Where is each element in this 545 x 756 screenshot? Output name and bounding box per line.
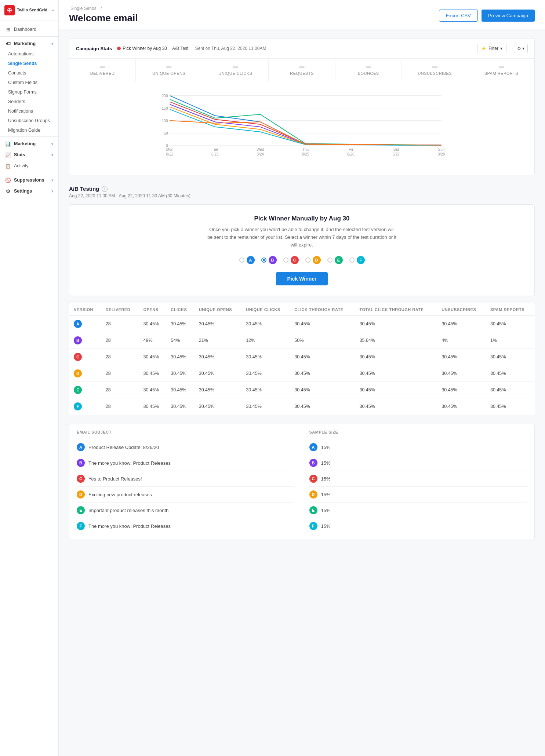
version-option-f[interactable]: F [349,256,365,264]
stat-label: SPAM REPORTS [473,71,530,76]
table-cell: 30.45% [241,382,290,398]
table-cell: 30.45% [241,398,290,415]
sidebar-item-unsubscribe-groups[interactable]: Unsubscribe Groups [0,116,58,125]
table-cell: 30.45% [486,398,534,415]
sidebar-item-stats-section[interactable]: 📈 Stats ▾ [0,149,58,160]
email-subject-col: EMAIL SUBJECT AProduct Release Update: 8… [69,424,302,540]
svg-text:8/28: 8/28 [438,152,445,156]
version-option-a[interactable]: A [239,256,255,264]
sidebar-item-contacts[interactable]: Contacts [0,68,58,78]
sidebar-item-marketing2-section[interactable]: 📊 Marketing ▾ [0,138,58,149]
table-row: C2830.45%30.45%30.45%30.45%30.45%30.45%3… [69,349,535,365]
svg-text:100: 100 [162,119,168,123]
email-subject-row: AProduct Release Update: 8/26/20 [77,439,294,455]
settings-icon: ⚙ [5,188,11,194]
version-radio-f[interactable] [349,258,355,263]
sidebar-item-signup-forms[interactable]: Signup Forms [0,87,58,97]
table-cell: 30.45% [355,382,437,398]
version-radio-a[interactable] [239,258,244,263]
sidebar-item-single-sends[interactable]: Single Sends [0,59,58,68]
svg-text:8/27: 8/27 [392,152,400,156]
marketing2-chevron-icon: ▾ [51,142,53,146]
version-radio-e[interactable] [327,258,333,263]
sidebar-item-activity[interactable]: 📋 Activity [0,160,58,171]
sidebar-label-stats: Stats [14,152,25,157]
ab-table: VERSIONDELIVEREDOPENSCLICKSUNIQUE OPENSU… [69,303,535,415]
table-cell: 30.45% [241,365,290,382]
sidebar-item-senders[interactable]: Senders [0,97,58,106]
filter-button[interactable]: ⚡ Filter ▾ [477,44,506,53]
version-badge-a: A [247,256,255,264]
export-csv-button[interactable]: Export CSV [439,10,478,22]
svg-point-4 [10,11,11,12]
preview-campaign-button[interactable]: Preview Campaign [482,10,535,22]
winner-card-title: Pick Winner Manually by Aug 30 [77,215,527,222]
svg-text:Mon: Mon [166,147,173,151]
table-cell: 30.45% [355,365,437,382]
sidebar-label-suppressions: Suppressions [14,178,44,183]
sidebar-item-settings-section[interactable]: ⚙ Settings ▾ [0,186,58,197]
table-cell: 30.45% [139,365,167,382]
sample-size-row: C15% [309,471,527,487]
table-cell: 30.45% [437,398,486,415]
sidebar-item-migration-guide[interactable]: Migration Guide [0,125,58,135]
version-radio-d[interactable] [305,258,310,263]
email-subject-row: EImportant product releases this month [77,503,294,518]
stat-label: UNSUBSCRIBES [406,71,464,76]
table-cell: 50% [290,332,355,349]
sample-size-title: SAMPLE SIZE [309,430,527,434]
table-header: TOTAL CLICK THROUGH RATE [355,304,437,316]
suppressions-chevron-icon: ▾ [51,178,53,182]
version-option-e[interactable]: E [327,256,343,264]
table-cell: 35.64% [355,332,437,349]
filter-label: Filter [488,46,498,51]
pick-winner-button[interactable]: Pick Winner [276,272,327,285]
sidebar-item-dashboard[interactable]: ⊞ Dashboard [0,24,58,35]
chart-settings-button[interactable]: ⚙ ▾ [514,44,528,53]
breadcrumb-link[interactable]: Single Sends [70,6,97,11]
table-header: OPENS [139,304,167,316]
breadcrumb[interactable]: Single Sends / [69,6,138,11]
version-option-b[interactable]: B [261,256,277,264]
table-cell: 30.45% [486,316,534,332]
ab-info-icon[interactable]: i [102,186,108,192]
table-cell: 28 [101,365,139,382]
svg-text:Sun: Sun [438,147,445,151]
table-cell: 30.45% [241,349,290,365]
sidebar-item-suppressions-section[interactable]: 🚫 Suppressions ▾ [0,175,58,186]
email-subject-text: The more you know: Product Releases [88,523,171,529]
activity-icon: 📋 [5,163,11,169]
version-option-d[interactable]: D [305,256,321,264]
table-row: D2830.45%30.45%30.45%30.45%30.45%30.45%3… [69,365,535,382]
svg-point-3 [8,11,9,12]
svg-text:8/24: 8/24 [257,152,264,156]
svg-text:Thu: Thu [302,147,309,151]
table-header: VERSION [69,304,101,316]
sidebar-logo-chevron-icon: ▾ [52,8,54,12]
stat-box-spam-reports: —SPAM REPORTS [468,59,534,81]
ab-header: A/B Testing i [69,186,535,192]
table-cell-version: A [69,316,101,332]
version-radio-b[interactable] [261,258,266,263]
version-option-c[interactable]: C [283,256,299,264]
table-cell: 30.45% [290,316,355,332]
stat-value: — [473,64,530,70]
table-header: DELIVERED [101,304,139,316]
sidebar: Twilio SendGrid ▾ ⊞ Dashboard 🏷 Marketin… [0,0,59,756]
sample-size-row: A15% [309,439,527,455]
version-radio-c[interactable] [283,258,288,263]
version-badge-c: C [291,256,299,264]
stats-title: Campaign Stats [76,46,112,51]
sidebar-label-activity: Activity [14,163,29,168]
sent-info: Sent on Thu, Aug 22, 2020 11:00AM [195,46,266,51]
sidebar-logo[interactable]: Twilio SendGrid ▾ [0,0,58,21]
sidebar-item-custom-fields[interactable]: Custom Fields [0,78,58,87]
svg-text:200: 200 [162,94,168,98]
table-header: CLICK THROUGH RATE [290,304,355,316]
sidebar-item-automations[interactable]: Automations [0,49,58,59]
sidebar-item-marketing-section[interactable]: 🏷 Marketing ▾ [0,38,58,49]
stats-boxes: —DELIVERED—UNIQUE OPENS—UNIQUE CLICKS—RE… [69,59,534,81]
sample-size-text: 15% [321,492,331,497]
sidebar-item-notifications[interactable]: Notifications [0,106,58,116]
table-cell: 30.45% [195,349,242,365]
